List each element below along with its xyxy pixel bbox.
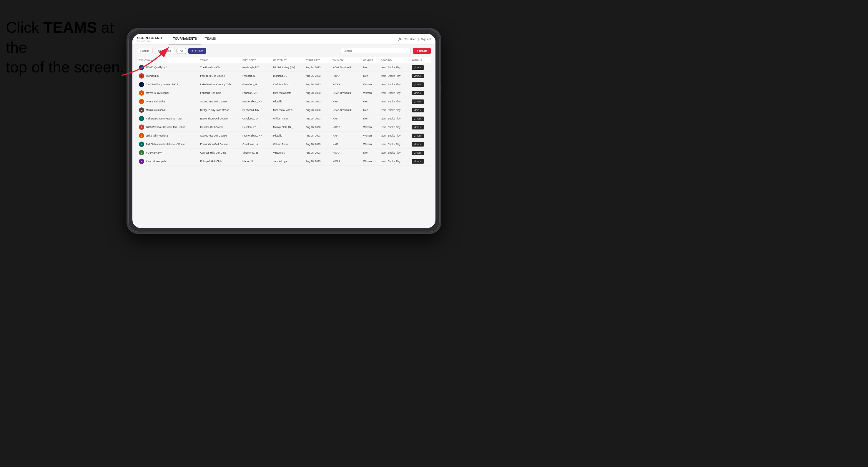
col-header-date: START DATE xyxy=(304,57,331,63)
cell-city: Newburgh, NY xyxy=(241,63,271,72)
table-row: M Morris Invitational Ruttger's Bay Lake… xyxy=(137,106,431,115)
cell-hosted-by: Murray State (OK) xyxy=(271,123,304,131)
cell-hosted-by: Highland CC xyxy=(271,72,304,80)
cell-city: Hesston, KS xyxy=(241,123,271,131)
cell-city: Oskaloosa, IA xyxy=(241,140,271,149)
cell-event-name: F Fall Statesmen Invitational - Women xyxy=(137,140,198,149)
cell-venue: Cypress Hills Golf Club xyxy=(198,149,241,157)
cell-start-date: Aug 28, 2023 xyxy=(304,115,331,123)
header-right: Test User | Sign out xyxy=(398,37,431,41)
edit-icon xyxy=(414,160,416,162)
edit-icon xyxy=(414,117,416,120)
cell-event-name: u upike fall invitational xyxy=(137,131,198,140)
cell-division: NAIA xyxy=(331,115,361,123)
cell-actions: Edit xyxy=(410,140,431,149)
search-input[interactable] xyxy=(340,48,411,54)
edit-button[interactable]: Edit xyxy=(412,159,424,164)
cell-event-name: M Morris Invitational xyxy=(137,106,198,115)
col-header-actions: ACTIONS xyxy=(410,57,431,63)
team-icon: u xyxy=(139,133,144,138)
col-header-scoring: SCORING xyxy=(379,57,410,63)
separator: | xyxy=(418,38,419,41)
edit-button[interactable]: Edit xyxy=(412,117,424,121)
cell-gender: Women xyxy=(361,89,379,97)
cell-hosted-by: William Penn xyxy=(271,115,304,123)
cell-venue: Ruttger's Bay Lake Resort xyxy=(198,106,241,115)
cell-actions: Edit xyxy=(410,72,431,80)
cell-event-name: M Maverick Invitational xyxy=(137,89,198,97)
cell-actions: Edit xyxy=(410,80,431,89)
cell-start-date: Aug 28, 2023 xyxy=(304,157,331,166)
edit-button[interactable]: Edit xyxy=(412,65,424,70)
cell-city: Deerwood, MN xyxy=(241,106,271,115)
edit-button[interactable]: Edit xyxy=(412,133,424,138)
cell-division: NCAA Division II xyxy=(331,89,361,97)
cell-venue: StoneCrest Golf Course xyxy=(198,97,241,106)
edit-button[interactable]: Edit xyxy=(412,125,424,129)
edit-button[interactable]: Edit xyxy=(412,99,424,104)
cell-scoring: team, Stroke Play xyxy=(379,63,410,72)
cell-start-date: Aug 28, 2023 xyxy=(304,149,331,157)
event-name-text: Morris Invitational xyxy=(146,108,166,112)
cell-actions: Edit xyxy=(410,97,431,106)
cell-start-date: Aug 28, 2023 xyxy=(304,131,331,140)
cell-city: Faribault, MN xyxy=(241,89,271,97)
col-header-hosted: HOSTED BY xyxy=(271,57,304,63)
cell-hosted-by: Minnesota State xyxy=(271,89,304,97)
cell-hosted-by: Vincennes xyxy=(271,149,304,157)
cell-gender: Women xyxy=(361,123,379,131)
edit-icon xyxy=(414,126,416,128)
edit-button[interactable]: Edit xyxy=(412,142,424,147)
instruction-text: Click TEAMS at thetop of the screen. xyxy=(6,18,129,77)
cell-hosted-by: Minnesota-Morris xyxy=(271,106,304,115)
col-header-city: CITY, STATE xyxy=(241,57,271,63)
team-icon: U xyxy=(139,99,144,104)
event-name-text: Fall Statesmen Invitational - Women xyxy=(146,143,186,146)
cell-actions: Edit xyxy=(410,106,431,115)
cell-actions: Edit xyxy=(410,157,431,166)
cell-city: Vincennes, IN xyxy=(241,149,271,157)
tablet-side-button xyxy=(440,83,440,94)
settings-icon[interactable] xyxy=(398,37,402,41)
edit-button[interactable]: Edit xyxy=(412,83,424,87)
cell-event-name: U UPIKE Fall Invite xyxy=(137,97,198,106)
cell-division: NAIA xyxy=(331,140,361,149)
edit-button[interactable]: Edit xyxy=(412,91,424,95)
cell-event-name: V VU PREVIEW xyxy=(137,149,198,157)
cell-division: NICAA I xyxy=(331,80,361,89)
edit-button[interactable]: Edit xyxy=(412,108,424,113)
tab-teams[interactable]: TEAMS xyxy=(201,34,220,44)
cell-venue: StoneCrest Golf Course xyxy=(198,131,241,140)
create-button[interactable]: + Create xyxy=(413,48,431,54)
edit-icon xyxy=(414,109,416,111)
cell-actions: Edit xyxy=(410,123,431,131)
cell-scoring: team, Stroke Play xyxy=(379,115,410,123)
cell-division: NCAA Division III xyxy=(331,106,361,115)
cell-venue: Edmundson Golf Course xyxy=(198,140,241,149)
col-header-gender: GENDER xyxy=(361,57,379,63)
table-row: M Maverick Invitational Faribault Golf C… xyxy=(137,89,431,97)
cell-gender: Men xyxy=(361,106,379,115)
cell-gender: Men xyxy=(361,149,379,157)
instruction-arrow xyxy=(113,31,196,87)
edit-icon xyxy=(414,143,416,145)
sign-out-link[interactable]: Sign out xyxy=(421,38,431,41)
edit-icon xyxy=(414,152,416,154)
table-row: F Fall Statesmen Invitational - Women Ed… xyxy=(137,140,431,149)
cell-gender: Men xyxy=(361,97,379,106)
cell-scoring: team, Stroke Play xyxy=(379,149,410,157)
cell-scoring: team, Stroke Play xyxy=(379,97,410,106)
cell-event-name: 2 2023 Women's Hesston Fall Kickoff xyxy=(137,123,198,131)
cell-actions: Edit xyxy=(410,63,431,72)
cell-start-date: Aug 28, 2023 xyxy=(304,140,331,149)
edit-button[interactable]: Edit xyxy=(412,74,424,78)
svg-point-1 xyxy=(399,38,400,40)
cell-division: NAIA xyxy=(331,131,361,140)
cell-gender: Men xyxy=(361,72,379,80)
cell-gender: Women xyxy=(361,131,379,140)
edit-button[interactable]: Edit xyxy=(412,151,424,155)
cell-division: NICAA II xyxy=(331,123,361,131)
cell-venue: Lake Bracken Country Club xyxy=(198,80,241,89)
cell-venue: Kokopelli Golf Club xyxy=(198,157,241,166)
cell-scoring: team, Stroke Play xyxy=(379,80,410,89)
